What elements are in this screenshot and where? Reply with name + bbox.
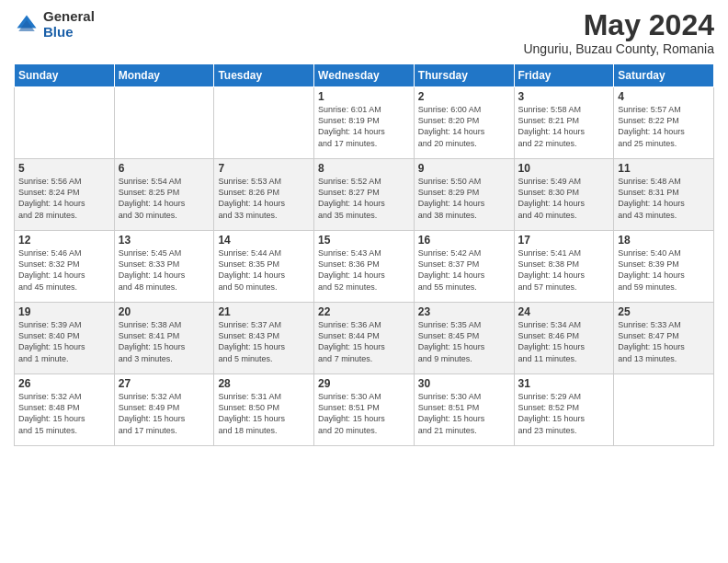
day-number: 5 [18,162,110,175]
header-monday: Monday [114,64,214,87]
day-info: Sunrise: 5:41 AM Sunset: 8:38 PM Dayligh… [518,247,610,293]
logo-icon [14,12,40,38]
day-number: 27 [119,377,210,390]
day-info: Sunrise: 5:52 AM Sunset: 8:27 PM Dayligh… [318,176,410,221]
day-info: Sunrise: 5:49 AM Sunset: 8:30 PM Dayligh… [518,176,610,221]
day-info: Sunrise: 5:30 AM Sunset: 8:51 PM Dayligh… [318,391,410,436]
day-info: Sunrise: 5:33 AM Sunset: 8:47 PM Dayligh… [618,319,710,364]
calendar-cell-w1-d3: 1Sunrise: 6:01 AM Sunset: 8:19 PM Daylig… [314,87,415,159]
day-info: Sunrise: 5:50 AM Sunset: 8:29 PM Dayligh… [418,176,510,221]
calendar-cell-w5-d1: 27Sunrise: 5:32 AM Sunset: 8:49 PM Dayli… [114,374,214,446]
calendar-cell-w1-d0 [15,87,115,159]
day-info: Sunrise: 5:36 AM Sunset: 8:44 PM Dayligh… [318,319,410,364]
calendar-cell-w2-d5: 10Sunrise: 5:49 AM Sunset: 8:30 PM Dayli… [514,159,614,231]
calendar-cell-w4-d1: 20Sunrise: 5:38 AM Sunset: 8:41 PM Dayli… [114,303,214,374]
calendar-cell-w1-d6: 4Sunrise: 5:57 AM Sunset: 8:22 PM Daylig… [614,87,714,159]
day-info: Sunrise: 6:01 AM Sunset: 8:19 PM Dayligh… [318,104,410,149]
logo-general-text: General [43,9,95,25]
day-info: Sunrise: 5:53 AM Sunset: 8:26 PM Dayligh… [218,176,310,221]
calendar-cell-w3-d0: 12Sunrise: 5:46 AM Sunset: 8:32 PM Dayli… [15,231,115,303]
weekday-header-row: Sunday Monday Tuesday Wednesday Thursday… [15,64,714,87]
day-info: Sunrise: 5:30 AM Sunset: 8:51 PM Dayligh… [418,391,510,436]
day-number: 7 [218,162,310,175]
day-number: 29 [318,377,410,390]
calendar-cell-w3-d6: 18Sunrise: 5:40 AM Sunset: 8:39 PM Dayli… [614,231,714,303]
day-number: 12 [18,234,110,247]
calendar-cell-w4-d4: 23Sunrise: 5:35 AM Sunset: 8:45 PM Dayli… [414,303,514,374]
day-number: 13 [119,234,210,247]
calendar-cell-w2-d1: 6Sunrise: 5:54 AM Sunset: 8:25 PM Daylig… [114,159,214,231]
day-info: Sunrise: 5:35 AM Sunset: 8:45 PM Dayligh… [418,319,510,364]
calendar-cell-w5-d3: 29Sunrise: 5:30 AM Sunset: 8:51 PM Dayli… [314,374,415,446]
logo-text: General Blue [43,9,95,40]
calendar-cell-w4-d0: 19Sunrise: 5:39 AM Sunset: 8:40 PM Dayli… [15,303,115,374]
calendar-cell-w4-d5: 24Sunrise: 5:34 AM Sunset: 8:46 PM Dayli… [514,303,614,374]
day-number: 18 [618,234,710,247]
calendar-table: Sunday Monday Tuesday Wednesday Thursday… [14,63,714,446]
calendar-cell-w1-d5: 3Sunrise: 5:58 AM Sunset: 8:21 PM Daylig… [514,87,614,159]
subtitle: Unguriu, Buzau County, Romania [523,41,714,56]
day-number: 3 [518,90,610,103]
week-row-2: 5Sunrise: 5:56 AM Sunset: 8:24 PM Daylig… [15,159,714,231]
calendar-cell-w3-d3: 15Sunrise: 5:43 AM Sunset: 8:36 PM Dayli… [314,231,415,303]
calendar-cell-w3-d4: 16Sunrise: 5:42 AM Sunset: 8:37 PM Dayli… [414,231,514,303]
day-info: Sunrise: 5:56 AM Sunset: 8:24 PM Dayligh… [18,176,110,221]
calendar-cell-w5-d5: 31Sunrise: 5:29 AM Sunset: 8:52 PM Dayli… [514,374,614,446]
day-number: 4 [618,90,710,103]
header-thursday: Thursday [414,64,514,87]
day-info: Sunrise: 5:29 AM Sunset: 8:52 PM Dayligh… [518,391,610,436]
calendar-cell-w5-d0: 26Sunrise: 5:32 AM Sunset: 8:48 PM Dayli… [15,374,115,446]
day-number: 17 [518,234,610,247]
calendar-cell-w5-d6 [614,374,714,446]
day-info: Sunrise: 6:00 AM Sunset: 8:20 PM Dayligh… [418,104,510,149]
day-info: Sunrise: 5:37 AM Sunset: 8:43 PM Dayligh… [218,319,310,364]
day-info: Sunrise: 5:31 AM Sunset: 8:50 PM Dayligh… [218,391,310,436]
logo-blue-text: Blue [43,25,95,40]
day-info: Sunrise: 5:48 AM Sunset: 8:31 PM Dayligh… [618,176,710,221]
day-number: 9 [418,162,510,175]
calendar-cell-w4-d6: 25Sunrise: 5:33 AM Sunset: 8:47 PM Dayli… [614,303,714,374]
week-row-1: 1Sunrise: 6:01 AM Sunset: 8:19 PM Daylig… [15,87,714,159]
calendar-cell-w1-d4: 2Sunrise: 6:00 AM Sunset: 8:20 PM Daylig… [414,87,514,159]
calendar-cell-w3-d5: 17Sunrise: 5:41 AM Sunset: 8:38 PM Dayli… [514,231,614,303]
title-block: May 2024 Unguriu, Buzau County, Romania [523,9,714,56]
day-info: Sunrise: 5:44 AM Sunset: 8:35 PM Dayligh… [218,247,310,293]
week-row-5: 26Sunrise: 5:32 AM Sunset: 8:48 PM Dayli… [15,374,714,446]
calendar-cell-w2-d4: 9Sunrise: 5:50 AM Sunset: 8:29 PM Daylig… [414,159,514,231]
day-info: Sunrise: 5:32 AM Sunset: 8:48 PM Dayligh… [18,391,110,436]
day-info: Sunrise: 5:42 AM Sunset: 8:37 PM Dayligh… [418,247,510,293]
calendar-cell-w1-d2 [214,87,314,159]
day-number: 2 [418,90,510,103]
day-number: 10 [518,162,610,175]
day-number: 26 [18,377,110,390]
day-info: Sunrise: 5:34 AM Sunset: 8:46 PM Dayligh… [518,319,610,364]
calendar-cell-w2-d0: 5Sunrise: 5:56 AM Sunset: 8:24 PM Daylig… [15,159,115,231]
calendar-cell-w5-d2: 28Sunrise: 5:31 AM Sunset: 8:50 PM Dayli… [214,374,314,446]
header-sunday: Sunday [15,64,115,87]
week-row-4: 19Sunrise: 5:39 AM Sunset: 8:40 PM Dayli… [15,303,714,374]
calendar-cell-w4-d2: 21Sunrise: 5:37 AM Sunset: 8:43 PM Dayli… [214,303,314,374]
day-number: 22 [318,305,410,318]
day-number: 6 [119,162,210,175]
calendar-cell-w2-d6: 11Sunrise: 5:48 AM Sunset: 8:31 PM Dayli… [614,159,714,231]
day-info: Sunrise: 5:58 AM Sunset: 8:21 PM Dayligh… [518,104,610,149]
day-info: Sunrise: 5:46 AM Sunset: 8:32 PM Dayligh… [18,247,110,293]
day-number: 1 [318,90,410,103]
day-info: Sunrise: 5:39 AM Sunset: 8:40 PM Dayligh… [18,319,110,364]
day-info: Sunrise: 5:54 AM Sunset: 8:25 PM Dayligh… [119,176,210,221]
day-number: 30 [418,377,510,390]
calendar-cell-w3-d1: 13Sunrise: 5:45 AM Sunset: 8:33 PM Dayli… [114,231,214,303]
day-number: 15 [318,234,410,247]
header-saturday: Saturday [614,64,714,87]
main-title: May 2024 [523,9,714,41]
day-number: 8 [318,162,410,175]
page: General Blue May 2024 Unguriu, Buzau Cou… [0,0,728,563]
day-number: 28 [218,377,310,390]
day-number: 25 [618,305,710,318]
header-friday: Friday [514,64,614,87]
day-info: Sunrise: 5:45 AM Sunset: 8:33 PM Dayligh… [119,247,210,293]
day-info: Sunrise: 5:40 AM Sunset: 8:39 PM Dayligh… [618,247,710,293]
week-row-3: 12Sunrise: 5:46 AM Sunset: 8:32 PM Dayli… [15,231,714,303]
header-tuesday: Tuesday [214,64,314,87]
day-number: 16 [418,234,510,247]
